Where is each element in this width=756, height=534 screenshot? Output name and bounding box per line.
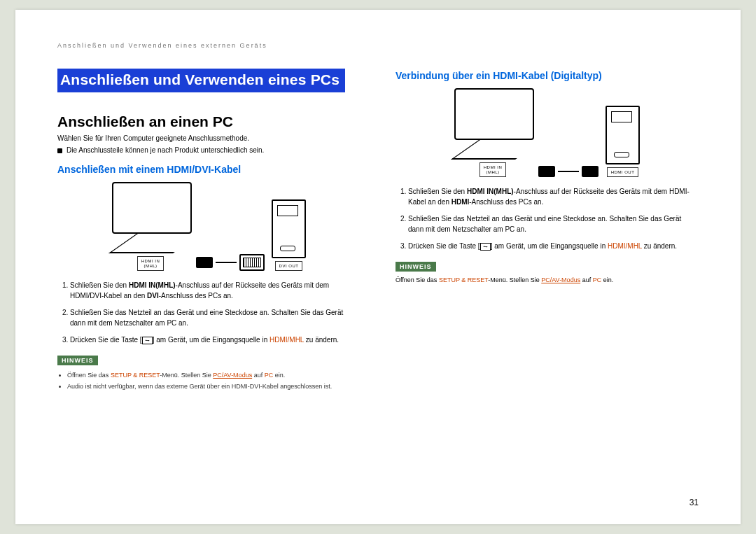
- cable-icon: [538, 166, 598, 177]
- subsection-heading: Anschließen an einen PC: [57, 113, 360, 130]
- right-column: Verbindung über ein HDMI-Kabel (Digitalt…: [396, 69, 699, 394]
- source-button-icon: ⥊: [142, 337, 153, 345]
- port-label-pc: HDMI OUT: [607, 167, 639, 178]
- intro-text: Wählen Sie für Ihren Computer geeignete …: [57, 134, 360, 142]
- steps-list-dvi: Schließen Sie den HDMI IN(MHL)-Anschluss…: [57, 281, 360, 346]
- cable-icon: [196, 254, 265, 271]
- port-label-pc: DVI OUT: [275, 261, 303, 272]
- port-label-monitor: HDMI IN (MHL): [137, 256, 164, 271]
- hinweis-item: Öffnen Sie das SETUP & RESET-Menü. Stell…: [67, 371, 360, 380]
- hinweis-item: Audio ist nicht verfügbar, wenn das exte…: [67, 382, 360, 391]
- pc-icon: HDMI OUT: [606, 106, 640, 178]
- step-item: Drücken Sie die Taste [⥊] am Gerät, um d…: [70, 335, 360, 346]
- pc-icon: DVI OUT: [272, 199, 306, 272]
- step-item: Schließen Sie den HDMI IN(MHL)-Anschluss…: [408, 187, 699, 207]
- step-item: Drücken Sie die Taste [⥊] am Gerät, um d…: [408, 241, 699, 252]
- section-heading-dvi: Anschließen mit einem HDMI/DVI-Kabel: [57, 164, 360, 175]
- breadcrumb: Anschließen und Verwenden eines externen…: [57, 42, 699, 49]
- hinweis-item: Öffnen Sie das SETUP & RESET-Menü. Stell…: [396, 276, 699, 285]
- section-heading-hdmi: Verbindung über ein HDMI-Kabel (Digitalt…: [396, 70, 699, 81]
- step-item: Schließen Sie den HDMI IN(MHL)-Anschluss…: [70, 281, 360, 301]
- monitor-icon: HDMI IN (MHL): [112, 182, 189, 271]
- port-label-monitor: HDMI IN (MHL): [479, 162, 507, 177]
- monitor-icon: HDMI IN (MHL): [454, 88, 531, 177]
- page-title-highlight: Anschließen und Verwenden eines PCs: [57, 69, 345, 92]
- connection-diagram-hdmi: HDMI IN (MHL) HDMI OUT: [396, 88, 699, 177]
- hinweis-badge: HINWEIS: [396, 262, 436, 272]
- connection-diagram-dvi: HDMI IN (MHL) DVI OUT: [57, 182, 360, 271]
- hinweis-badge: HINWEIS: [57, 356, 98, 365]
- steps-list-hdmi: Schließen Sie den HDMI IN(MHL)-Anschluss…: [396, 187, 699, 252]
- source-button-icon: ⥊: [480, 243, 491, 251]
- document-page: Anschließen und Verwenden eines externen…: [15, 10, 741, 524]
- hinweis-list: Öffnen Sie das SETUP & RESET-Menü. Stell…: [57, 371, 360, 391]
- left-column: Anschließen und Verwenden eines PCs Ansc…: [57, 69, 360, 394]
- step-item: Schließen Sie das Netzteil an das Gerät …: [70, 308, 360, 328]
- note-bullet: Die Anschlussteile können je nach Produk…: [57, 146, 360, 154]
- step-item: Schließen Sie das Netzteil an das Gerät …: [408, 214, 699, 234]
- page-number: 31: [690, 498, 699, 507]
